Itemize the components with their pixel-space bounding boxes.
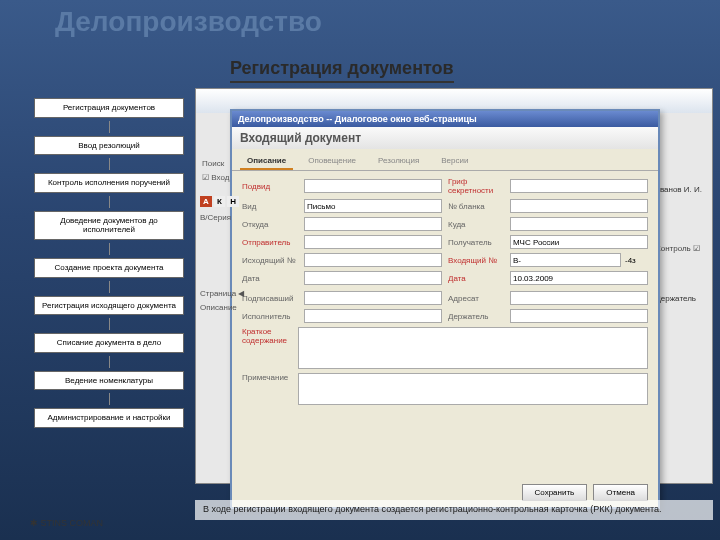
lbl-blank: № бланка — [448, 202, 506, 211]
flow-step-delivery[interactable]: Доведение документов до исполнителей — [34, 211, 184, 240]
bg-akn[interactable]: А К Н — [200, 197, 239, 206]
lbl-data1: Дата — [242, 274, 300, 283]
dialog-tabs: Описание Оповещение Резолюция Версии — [232, 149, 658, 171]
cancel-button[interactable]: Отмена — [593, 484, 648, 501]
inp-podvid[interactable] — [304, 179, 442, 193]
dialog-body: Подвид Гриф секретности Вид № бланка Отк… — [232, 171, 658, 415]
bg-opisanie: Описание — [200, 303, 237, 312]
inp-poluchatel[interactable] — [510, 235, 648, 249]
bg-vseriya: В/Серия — [200, 213, 231, 222]
lbl-poluchatel: Получатель — [448, 238, 506, 247]
bg-stranitsa: Страница ◀ — [200, 289, 245, 298]
dialog-titlebar: Делопроизводство -- Диалоговое окно веб-… — [232, 111, 658, 127]
inp-vhno[interactable] — [510, 253, 621, 267]
lbl-otkuda: Откуда — [242, 220, 300, 229]
flow-sidebar: Регистрация документов Ввод резолюций Ко… — [34, 98, 184, 428]
ta-kratkoe[interactable] — [298, 327, 648, 369]
lbl-vid: Вид — [242, 202, 300, 211]
inp-podpisavshiy[interactable] — [304, 291, 442, 305]
inp-data2[interactable] — [510, 271, 648, 285]
tab-resolution[interactable]: Резолюция — [371, 153, 426, 170]
inp-ispolnitel[interactable] — [304, 309, 442, 323]
inp-blank[interactable] — [510, 199, 648, 213]
lbl-podpisavshiy: Подписавший — [242, 294, 300, 303]
lbl-kuda: Куда — [448, 220, 506, 229]
inp-otpravitel[interactable] — [304, 235, 442, 249]
flow-step-control[interactable]: Контроль исполнения поручений — [34, 173, 184, 193]
tab-versions[interactable]: Версии — [434, 153, 475, 170]
lbl-otpravitel: Отправитель — [242, 238, 300, 247]
lbl-derzhatel: Держатель — [448, 312, 506, 321]
slide-title: Делопроизводство — [55, 6, 322, 38]
save-button[interactable]: Сохранить — [522, 484, 588, 501]
inp-derzhatel[interactable] — [510, 309, 648, 323]
slide-description: В ходе регистрации входящего документа с… — [195, 500, 713, 520]
flow-step-outgoing[interactable]: Регистрация исходящего документа — [34, 296, 184, 316]
flow-step-resolutions[interactable]: Ввод резолюций — [34, 136, 184, 156]
inp-grif[interactable] — [510, 179, 648, 193]
lbl-adresat: Адресат — [448, 294, 506, 303]
inp-ishno[interactable] — [304, 253, 442, 267]
lbl-data2: Дата — [448, 274, 506, 283]
inp-vid[interactable] — [304, 199, 442, 213]
bg-search-label: Поиск — [202, 159, 224, 168]
modal-dialog: Делопроизводство -- Диалоговое окно веб-… — [230, 109, 660, 509]
ta-primechanie[interactable] — [298, 373, 648, 405]
lbl-grif: Гриф секретности — [448, 177, 506, 195]
app-window: Пользователь: Иванов И. И. Контроль ☑ Де… — [195, 88, 713, 484]
bg-control-link[interactable]: Контроль ☑ — [656, 244, 700, 253]
bg-vhod-label: ☑ Вход — [202, 173, 229, 182]
inp-kuda[interactable] — [510, 217, 648, 231]
dialog-header: Входящий документ — [232, 127, 658, 149]
tab-notification[interactable]: Оповещение — [301, 153, 363, 170]
lbl-primechanie: Примечание — [242, 373, 292, 382]
tab-description[interactable]: Описание — [240, 153, 293, 170]
flow-step-draft[interactable]: Создание проекта документа — [34, 258, 184, 278]
lbl-vhno: Входящий № — [448, 256, 506, 265]
flow-step-admin[interactable]: Администрирование и настройки — [34, 408, 184, 428]
lbl-ishno: Исходящий № — [242, 256, 300, 265]
inp-otkuda[interactable] — [304, 217, 442, 231]
dialog-footer: Сохранить Отмена — [522, 484, 648, 501]
flow-step-registration[interactable]: Регистрация документов — [34, 98, 184, 118]
flow-step-nomenclature[interactable]: Ведение номенклатуры — [34, 371, 184, 391]
holder-label: Держатель — [655, 294, 696, 303]
lbl-kratkoe: Краткое содержание — [242, 327, 292, 345]
lbl-ispolnitel: Исполнитель — [242, 312, 300, 321]
company-logo: ✱ STINS COMAN — [30, 518, 103, 528]
flow-step-archive[interactable]: Списание документа в дело — [34, 333, 184, 353]
vhno-suffix: -4з — [625, 256, 636, 265]
doc-title: Входящий документ — [240, 131, 650, 145]
inp-adresat[interactable] — [510, 291, 648, 305]
lbl-podvid: Подвид — [242, 182, 300, 191]
slide-subtitle: Регистрация документов — [230, 58, 454, 83]
inp-data1[interactable] — [304, 271, 442, 285]
